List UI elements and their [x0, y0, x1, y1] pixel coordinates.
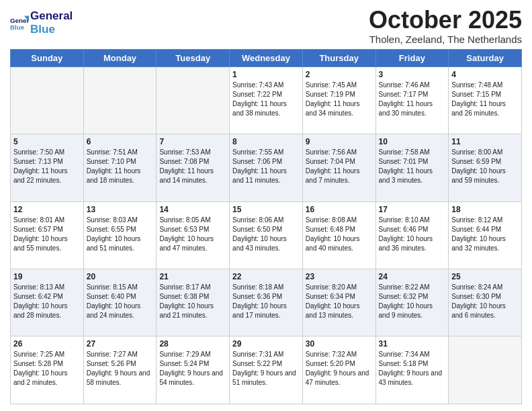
day-number: 20 — [87, 272, 154, 281]
day-number: 26 — [13, 339, 81, 349]
day-number: 5 — [13, 137, 81, 146]
calendar-cell: 30Sunrise: 7:32 AMSunset: 5:20 PMDayligh… — [302, 336, 375, 404]
calendar-cell: 12Sunrise: 8:01 AMSunset: 6:57 PMDayligh… — [11, 201, 84, 269]
day-number: 8 — [232, 137, 300, 146]
day-number: 3 — [379, 70, 446, 79]
calendar-cell: 23Sunrise: 8:20 AMSunset: 6:34 PMDayligh… — [302, 269, 375, 336]
day-number: 27 — [87, 339, 154, 349]
calendar-cell: 24Sunrise: 8:22 AMSunset: 6:32 PMDayligh… — [375, 269, 449, 336]
day-info: Sunrise: 8:22 AMSunset: 6:32 PMDaylight:… — [379, 283, 446, 320]
calendar-cell: 1Sunrise: 7:43 AMSunset: 7:22 PMDaylight… — [230, 66, 303, 134]
calendar-cell — [11, 66, 84, 134]
calendar-cell: 10Sunrise: 7:58 AMSunset: 7:01 PMDayligh… — [375, 134, 449, 201]
logo-icon: General Blue — [10, 13, 29, 32]
day-number: 29 — [232, 339, 300, 349]
calendar-cell: 2Sunrise: 7:45 AMSunset: 7:19 PMDaylight… — [302, 66, 375, 134]
calendar-week-row: 26Sunrise: 7:25 AMSunset: 5:28 PMDayligh… — [11, 336, 522, 404]
calendar-table: SundayMondayTuesdayWednesdayThursdayFrid… — [10, 49, 522, 404]
calendar-cell: 22Sunrise: 8:18 AMSunset: 6:36 PMDayligh… — [230, 269, 303, 336]
day-info: Sunrise: 7:31 AMSunset: 5:22 PMDaylight:… — [232, 350, 300, 387]
weekday-header-row: SundayMondayTuesdayWednesdayThursdayFrid… — [11, 49, 522, 66]
weekday-header-tuesday: Tuesday — [157, 49, 230, 66]
day-number: 22 — [232, 272, 300, 281]
day-number: 9 — [306, 137, 373, 146]
day-info: Sunrise: 7:25 AMSunset: 5:28 PMDaylight:… — [13, 350, 81, 387]
calendar-cell: 8Sunrise: 7:55 AMSunset: 7:06 PMDaylight… — [230, 134, 303, 201]
day-number: 21 — [159, 272, 226, 281]
day-info: Sunrise: 8:05 AMSunset: 6:53 PMDaylight:… — [159, 216, 226, 253]
day-number: 1 — [232, 70, 300, 79]
day-number: 4 — [451, 70, 519, 79]
weekday-header-friday: Friday — [375, 49, 449, 66]
day-info: Sunrise: 7:46 AMSunset: 7:17 PMDaylight:… — [379, 81, 446, 118]
day-number: 24 — [379, 272, 446, 281]
calendar-cell: 4Sunrise: 7:48 AMSunset: 7:15 PMDaylight… — [449, 66, 522, 134]
day-number: 30 — [306, 339, 373, 349]
day-info: Sunrise: 7:51 AMSunset: 7:10 PMDaylight:… — [87, 148, 154, 185]
day-info: Sunrise: 7:53 AMSunset: 7:08 PMDaylight:… — [159, 148, 226, 185]
calendar-week-row: 12Sunrise: 8:01 AMSunset: 6:57 PMDayligh… — [11, 201, 522, 269]
calendar-cell: 7Sunrise: 7:53 AMSunset: 7:08 PMDaylight… — [157, 134, 230, 201]
day-info: Sunrise: 7:43 AMSunset: 7:22 PMDaylight:… — [232, 81, 300, 118]
day-number: 17 — [379, 205, 446, 214]
weekday-header-monday: Monday — [83, 49, 157, 66]
day-info: Sunrise: 8:08 AMSunset: 6:48 PMDaylight:… — [306, 216, 373, 253]
day-number: 13 — [87, 205, 154, 214]
day-info: Sunrise: 7:34 AMSunset: 5:18 PMDaylight:… — [379, 350, 446, 387]
calendar-week-row: 1Sunrise: 7:43 AMSunset: 7:22 PMDaylight… — [11, 66, 522, 134]
day-info: Sunrise: 8:06 AMSunset: 6:50 PMDaylight:… — [232, 216, 300, 253]
calendar-cell — [449, 336, 522, 404]
calendar-cell: 31Sunrise: 7:34 AMSunset: 5:18 PMDayligh… — [375, 336, 449, 404]
day-info: Sunrise: 8:10 AMSunset: 6:46 PMDaylight:… — [379, 216, 446, 253]
calendar-cell: 14Sunrise: 8:05 AMSunset: 6:53 PMDayligh… — [157, 201, 230, 269]
calendar-cell: 28Sunrise: 7:29 AMSunset: 5:24 PMDayligh… — [157, 336, 230, 404]
weekday-header-saturday: Saturday — [449, 49, 522, 66]
calendar-cell: 26Sunrise: 7:25 AMSunset: 5:28 PMDayligh… — [11, 336, 84, 404]
calendar-cell: 20Sunrise: 8:15 AMSunset: 6:40 PMDayligh… — [83, 269, 157, 336]
logo-blue: Blue — [30, 23, 73, 36]
day-number: 25 — [451, 272, 519, 281]
day-info: Sunrise: 8:00 AMSunset: 6:59 PMDaylight:… — [451, 148, 519, 185]
day-number: 15 — [232, 205, 300, 214]
calendar-cell: 15Sunrise: 8:06 AMSunset: 6:50 PMDayligh… — [230, 201, 303, 269]
day-info: Sunrise: 8:03 AMSunset: 6:55 PMDaylight:… — [87, 216, 154, 253]
day-number: 7 — [159, 137, 226, 146]
day-info: Sunrise: 7:29 AMSunset: 5:24 PMDaylight:… — [159, 350, 226, 387]
calendar-cell: 3Sunrise: 7:46 AMSunset: 7:17 PMDaylight… — [375, 66, 449, 134]
location-subtitle: Tholen, Zeeland, The Netherlands — [369, 34, 522, 45]
day-info: Sunrise: 7:55 AMSunset: 7:06 PMDaylight:… — [232, 148, 300, 185]
day-number: 14 — [159, 205, 226, 214]
day-info: Sunrise: 7:50 AMSunset: 7:13 PMDaylight:… — [13, 148, 81, 185]
calendar-cell: 21Sunrise: 8:17 AMSunset: 6:38 PMDayligh… — [157, 269, 230, 336]
calendar-cell: 11Sunrise: 8:00 AMSunset: 6:59 PMDayligh… — [449, 134, 522, 201]
day-number: 23 — [306, 272, 373, 281]
calendar-cell — [157, 66, 230, 134]
title-block: October 2025 Tholen, Zeeland, The Nether… — [369, 7, 522, 45]
day-number: 2 — [306, 70, 373, 79]
logo: General Blue General Blue — [10, 9, 73, 36]
calendar-week-row: 19Sunrise: 8:13 AMSunset: 6:42 PMDayligh… — [11, 269, 522, 336]
weekday-header-wednesday: Wednesday — [230, 49, 303, 66]
day-number: 31 — [379, 339, 446, 349]
day-number: 6 — [87, 137, 154, 146]
calendar-cell: 13Sunrise: 8:03 AMSunset: 6:55 PMDayligh… — [83, 201, 157, 269]
calendar-cell: 17Sunrise: 8:10 AMSunset: 6:46 PMDayligh… — [375, 201, 449, 269]
calendar-week-row: 5Sunrise: 7:50 AMSunset: 7:13 PMDaylight… — [11, 134, 522, 201]
day-info: Sunrise: 8:24 AMSunset: 6:30 PMDaylight:… — [451, 283, 519, 320]
calendar-cell: 29Sunrise: 7:31 AMSunset: 5:22 PMDayligh… — [230, 336, 303, 404]
calendar-cell — [83, 66, 157, 134]
day-info: Sunrise: 7:32 AMSunset: 5:20 PMDaylight:… — [306, 350, 373, 387]
day-info: Sunrise: 7:45 AMSunset: 7:19 PMDaylight:… — [306, 81, 373, 118]
day-info: Sunrise: 8:17 AMSunset: 6:38 PMDaylight:… — [159, 283, 226, 320]
day-info: Sunrise: 7:27 AMSunset: 5:26 PMDaylight:… — [87, 350, 154, 387]
day-number: 16 — [306, 205, 373, 214]
weekday-header-thursday: Thursday — [302, 49, 375, 66]
day-info: Sunrise: 8:20 AMSunset: 6:34 PMDaylight:… — [306, 283, 373, 320]
day-info: Sunrise: 8:18 AMSunset: 6:36 PMDaylight:… — [232, 283, 300, 320]
header: General Blue General Blue October 2025 T… — [10, 7, 522, 45]
day-info: Sunrise: 7:58 AMSunset: 7:01 PMDaylight:… — [379, 148, 446, 185]
calendar-cell: 16Sunrise: 8:08 AMSunset: 6:48 PMDayligh… — [302, 201, 375, 269]
weekday-header-sunday: Sunday — [11, 49, 84, 66]
calendar-cell: 18Sunrise: 8:12 AMSunset: 6:44 PMDayligh… — [449, 201, 522, 269]
day-number: 10 — [379, 137, 446, 146]
